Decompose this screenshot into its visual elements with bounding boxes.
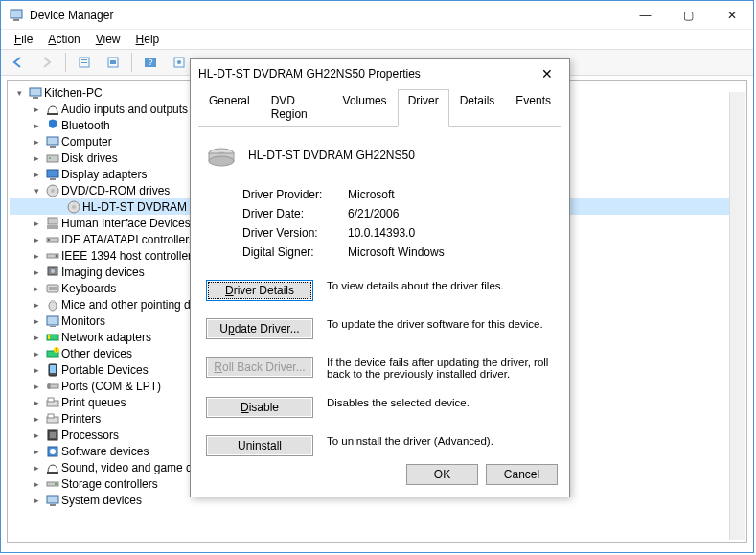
menu-action[interactable]: Action	[42, 31, 85, 48]
svg-rect-45	[50, 365, 56, 373]
uninstall-desc: To uninstall the driver (Advanced).	[327, 435, 554, 447]
svg-text:!: !	[56, 347, 57, 353]
svg-rect-37	[47, 316, 58, 325]
expand-icon[interactable]: ▸	[29, 349, 44, 358]
expand-icon[interactable]: ▸	[29, 479, 44, 489]
expand-icon[interactable]: ▸	[29, 333, 44, 342]
tree-item-label: Monitors	[61, 314, 105, 328]
expand-icon[interactable]: ▸	[29, 137, 44, 147]
expand-icon[interactable]: ▸	[29, 300, 44, 310]
menu-view[interactable]: View	[90, 31, 126, 48]
disable-button[interactable]: Disable	[206, 397, 313, 418]
tree-item-label: Portable Devices	[61, 363, 149, 377]
computer-icon	[27, 85, 44, 101]
expand-icon[interactable]: ▸	[29, 430, 44, 440]
expand-icon[interactable]: ▸	[29, 284, 44, 293]
provider-value: Microsoft	[348, 188, 395, 201]
update-driver-button[interactable]: Update Driver...	[206, 318, 313, 339]
expand-icon[interactable]: ▾	[11, 88, 27, 98]
tab-events[interactable]: Events	[505, 89, 561, 127]
device-category-icon	[44, 248, 61, 264]
action-button[interactable]	[100, 52, 126, 73]
expand-icon[interactable]: ▸	[29, 398, 44, 407]
tree-item-label: Print queues	[61, 396, 126, 409]
menu-file[interactable]: File	[9, 31, 38, 48]
svg-point-18	[49, 157, 51, 159]
menu-help[interactable]: Help	[130, 31, 166, 48]
device-category-icon	[44, 134, 61, 150]
expand-icon[interactable]: ▸	[29, 235, 44, 244]
driver-details-button[interactable]: Driver Details	[206, 280, 313, 301]
device-category-icon	[44, 476, 61, 492]
device-name: HL-DT-ST DVDRAM GH22NS50	[248, 149, 415, 162]
svg-rect-60	[50, 504, 56, 506]
svg-rect-4	[81, 62, 87, 63]
driver-details-desc: To view details about the driver files.	[327, 280, 554, 291]
expand-icon[interactable]: ▾	[29, 186, 44, 196]
back-button[interactable]	[5, 52, 32, 73]
tree-item-label: Software devices	[61, 445, 149, 458]
device-category-icon	[44, 444, 61, 459]
expand-icon[interactable]: ▸	[29, 463, 44, 473]
ok-button[interactable]: OK	[406, 464, 478, 485]
device-category-icon	[44, 493, 61, 508]
device-category-icon	[44, 330, 61, 345]
minimize-button[interactable]: —	[624, 1, 667, 29]
expand-icon[interactable]: ▸	[29, 496, 44, 505]
expand-icon[interactable]: ▸	[29, 267, 44, 277]
cancel-button[interactable]: Cancel	[486, 464, 558, 485]
dialog-body: HL-DT-ST DVDRAM GH22NS50 Driver Provider…	[191, 127, 569, 464]
tree-item-label: Bluetooth	[61, 119, 110, 132]
expand-icon[interactable]: ▸	[29, 121, 44, 130]
device-category-icon	[44, 265, 61, 280]
roll-back-driver-button: Roll Back Driver...	[206, 357, 313, 378]
tab-volumes[interactable]: Volumes	[332, 89, 398, 127]
device-category-icon	[44, 150, 61, 166]
svg-rect-19	[47, 170, 58, 177]
expand-icon[interactable]: ▸	[29, 104, 44, 114]
tree-item-label: Keyboards	[61, 282, 116, 295]
expand-icon[interactable]: ▸	[29, 447, 44, 456]
device-category-icon	[44, 118, 61, 133]
tree-item-label: Computer	[61, 135, 112, 149]
expand-icon[interactable]: ▸	[29, 153, 44, 163]
tab-dvd-region[interactable]: DVD Region	[261, 89, 332, 127]
tree-item-label: Imaging devices	[61, 266, 145, 279]
svg-point-32	[51, 269, 55, 273]
forward-button[interactable]	[34, 52, 60, 73]
svg-rect-1	[13, 19, 19, 21]
maximize-button[interactable]: ▢	[667, 1, 710, 29]
expand-icon[interactable]: ▸	[29, 219, 44, 228]
tree-item-label: Printers	[61, 412, 101, 426]
svg-rect-49	[48, 398, 54, 402]
device-category-icon	[44, 281, 61, 296]
provider-label: Driver Provider:	[242, 188, 348, 201]
scrollbar-vertical[interactable]	[729, 92, 745, 540]
dialog-tabs: General DVD Region Volumes Driver Detail…	[198, 88, 561, 127]
update-driver-desc: To update the driver software for this d…	[327, 318, 554, 330]
scan-button[interactable]	[166, 52, 193, 73]
svg-rect-51	[48, 414, 54, 418]
tree-item-label: Human Interface Devices	[61, 217, 191, 230]
tab-driver[interactable]: Driver	[398, 89, 449, 127]
expand-icon[interactable]: ▸	[29, 365, 44, 375]
tree-item-label: Ports (COM & LPT)	[61, 380, 161, 393]
uninstall-button[interactable]: Uninstall	[206, 435, 313, 456]
signer-label: Digital Signer:	[242, 245, 348, 259]
expand-icon[interactable]: ▸	[29, 316, 44, 326]
svg-rect-57	[47, 482, 58, 486]
tab-general[interactable]: General	[198, 89, 261, 127]
svg-rect-34	[49, 287, 57, 290]
properties-button[interactable]	[71, 52, 98, 73]
expand-icon[interactable]: ▸	[29, 414, 44, 424]
svg-rect-38	[50, 326, 56, 327]
help-button[interactable]: ?	[137, 52, 164, 73]
svg-rect-0	[11, 10, 22, 18]
close-button[interactable]: ✕	[710, 1, 753, 29]
expand-icon[interactable]: ▸	[29, 251, 44, 261]
tab-details[interactable]: Details	[449, 89, 506, 127]
expand-icon[interactable]: ▸	[29, 170, 44, 179]
svg-point-22	[51, 189, 55, 193]
expand-icon[interactable]: ▸	[29, 382, 44, 391]
dialog-close-button[interactable]: ✕	[533, 59, 561, 88]
